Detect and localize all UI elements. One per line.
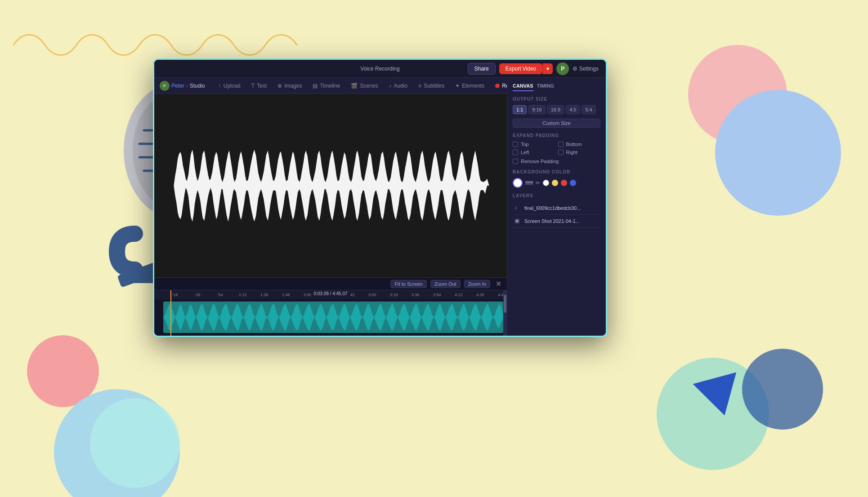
app-window: Voice Recording Share Export Video ▾ P ⚙…: [153, 58, 607, 337]
padding-options: Top Bottom Left Right: [513, 142, 600, 155]
timeline-waveform: [163, 302, 503, 333]
padding-right[interactable]: Right: [558, 150, 601, 155]
layers-title: LAYERS: [513, 193, 600, 198]
bg-circle-blue-right: [715, 90, 841, 216]
nav-audio[interactable]: ♪ Audio: [384, 81, 412, 91]
timeline-close-button[interactable]: ✕: [494, 280, 503, 288]
output-size-options: 1:1 9:16 16:9 4:5 5:4: [513, 105, 600, 114]
time-marker-4: 1:30: [260, 293, 268, 297]
color-hex-value: ffffff: [525, 180, 533, 186]
timeline-waveform-svg: [163, 302, 503, 333]
export-video-button[interactable]: Export Video: [499, 63, 543, 74]
time-marker-0: :18: [172, 293, 178, 297]
layer-audio-icon: ♪: [515, 204, 522, 212]
images-icon: ⊕: [277, 83, 282, 89]
time-marker-1: :36: [195, 293, 201, 297]
settings-link[interactable]: ⚙ Settings: [573, 66, 599, 72]
nav-upload-label: Upload: [224, 83, 241, 89]
padding-top-checkbox[interactable]: [513, 142, 518, 147]
nav-scenes-label: Scenes: [360, 83, 378, 89]
tab-canvas[interactable]: CANVAS: [513, 83, 533, 91]
nav-images[interactable]: ⊕ Images: [273, 81, 306, 91]
top-bar-actions: Share Export Video ▾ P ⚙ Settings: [468, 62, 599, 75]
layer-item-audio[interactable]: ♪ final_6009cc1dbedcb30...: [513, 202, 600, 215]
output-size-title: OUTPUT SIZE: [513, 97, 600, 102]
time-marker-5: 1:48: [282, 293, 290, 297]
zoom-out-button[interactable]: Zoom Out: [430, 280, 461, 288]
nav-elements[interactable]: ✦ Elements: [451, 81, 489, 91]
custom-size-button[interactable]: Custom Size: [513, 119, 600, 128]
breadcrumb-separator: ›: [186, 83, 188, 89]
audio-icon: ♪: [389, 83, 391, 89]
waveform-container: [172, 145, 489, 226]
timeline-track[interactable]: [154, 299, 507, 335]
nav-timeline[interactable]: ▤ Timeline: [308, 81, 345, 91]
time-marker-6: 2:06: [304, 293, 312, 297]
timeline-icon: ▤: [313, 83, 318, 89]
color-dot-white[interactable]: [543, 180, 549, 186]
upload-icon: ↑: [219, 83, 221, 89]
bg-circle-blue-bottom-right: [742, 349, 823, 430]
color-dot-blue[interactable]: [570, 180, 576, 186]
timeline-controls: Fit to Screen Zoom Out Zoom In ✕: [154, 278, 507, 290]
size-4-5[interactable]: 4:5: [566, 105, 580, 114]
breadcrumb: P Peter › Studio: [160, 81, 205, 91]
nav-text[interactable]: T Text: [247, 81, 271, 91]
padding-bottom-checkbox[interactable]: [558, 142, 564, 147]
timeline-scrollbar[interactable]: [503, 290, 507, 336]
bg-color-row: ffffff ✏: [513, 178, 600, 188]
size-5-4[interactable]: 5:4: [582, 105, 595, 114]
export-dropdown-button[interactable]: ▾: [542, 63, 553, 74]
layer-screenshot-name: Screen Shot 2021-04-1...: [524, 218, 599, 224]
nav-scenes[interactable]: 🎬 Scenes: [346, 81, 382, 91]
padding-left[interactable]: Left: [513, 150, 555, 155]
layer-item-screenshot[interactable]: ▣ Screen Shot 2021-04-1...: [513, 215, 600, 228]
padding-bottom[interactable]: Bottom: [558, 142, 601, 147]
canvas-area: [154, 94, 507, 277]
text-icon: T: [251, 83, 255, 89]
fit-to-screen-button[interactable]: Fit to Screen: [390, 280, 426, 288]
timeline-area: Fit to Screen Zoom Out Zoom In ✕ :18 :36…: [154, 277, 507, 336]
size-9-16[interactable]: 9:16: [528, 105, 545, 114]
padding-top[interactable]: Top: [513, 142, 555, 147]
elements-icon: ✦: [455, 83, 460, 89]
bg-color-title: BACKGROUND COLOR: [513, 169, 600, 174]
expand-padding-title: EXPAND PADDING: [513, 133, 600, 138]
subtitles-icon: ≡: [418, 83, 421, 89]
timeline-scrollbar-thumb[interactable]: [504, 295, 506, 313]
tab-timing[interactable]: TIMING: [537, 83, 555, 91]
nav-subtitles-label: Subtitles: [424, 83, 444, 89]
bg-circle-teal: [90, 398, 180, 488]
nav-user-avatar: P: [160, 81, 170, 91]
color-edit-icon[interactable]: ✏: [536, 180, 540, 186]
padding-right-checkbox[interactable]: [558, 150, 564, 155]
nav-audio-label: Audio: [394, 83, 407, 89]
size-16-9[interactable]: 16:9: [547, 105, 564, 114]
nav-subtitles[interactable]: ≡ Subtitles: [414, 81, 449, 91]
color-dot-red[interactable]: [561, 180, 567, 186]
voice-recording-title: Voice Recording: [360, 66, 399, 72]
time-marker-3: 1:12: [239, 293, 247, 297]
time-marker-2: :54: [217, 293, 223, 297]
time-marker-10: 3:18: [390, 293, 398, 297]
color-swatch-primary[interactable]: [513, 178, 523, 188]
share-button[interactable]: Share: [468, 63, 496, 75]
time-marker-13: 4:12: [455, 293, 463, 297]
nav-upload[interactable]: ↑ Upload: [214, 81, 245, 91]
zoom-in-button[interactable]: Zoom In: [464, 280, 490, 288]
padding-bottom-label: Bottom: [566, 142, 582, 147]
layer-audio-name: final_6009cc1dbedcb30...: [524, 205, 599, 211]
color-dot-yellow[interactable]: [552, 180, 558, 186]
remove-padding-checkbox[interactable]: [513, 159, 518, 164]
timeline-position: 0:03.09 / 4:45.07: [311, 290, 350, 297]
record-icon: [495, 84, 500, 88]
right-panel: CANVAS TIMING OUTPUT SIZE 1:1 9:16 16:9 …: [507, 78, 606, 336]
size-1-1[interactable]: 1:1: [513, 105, 527, 114]
padding-left-checkbox[interactable]: [513, 150, 518, 155]
padding-right-label: Right: [566, 150, 578, 155]
nav-user-link[interactable]: Peter: [171, 83, 184, 89]
scenes-icon: 🎬: [351, 83, 358, 89]
remove-padding-item[interactable]: Remove Padding: [513, 159, 600, 164]
timeline-playhead[interactable]: [170, 290, 171, 336]
padding-top-label: Top: [521, 142, 529, 147]
